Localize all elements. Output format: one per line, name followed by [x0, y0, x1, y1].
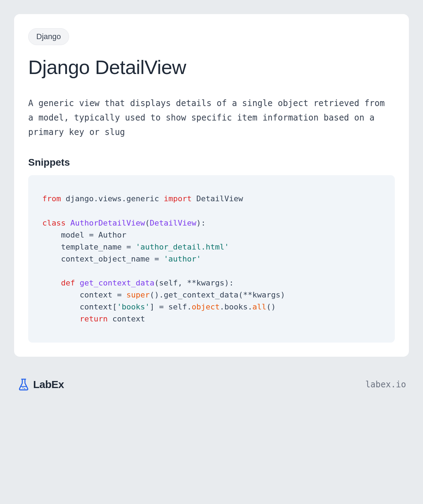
- svg-point-1: [24, 388, 25, 389]
- flask-icon: [17, 378, 30, 391]
- code-content: from django.views.generic import DetailV…: [42, 193, 381, 325]
- code-block: from django.views.generic import DetailV…: [28, 175, 395, 343]
- svg-point-0: [23, 387, 24, 388]
- page-title: Django DetailView: [28, 56, 395, 79]
- footer: LabEx labex.io: [14, 378, 409, 391]
- description-text: A generic view that displays details of …: [28, 96, 395, 139]
- content-card: Django Django DetailView A generic view …: [14, 14, 409, 357]
- brand-name: LabEx: [33, 379, 64, 391]
- snippets-heading: Snippets: [28, 157, 395, 168]
- category-tag[interactable]: Django: [28, 28, 69, 45]
- footer-url[interactable]: labex.io: [365, 380, 406, 389]
- brand-logo[interactable]: LabEx: [17, 378, 64, 391]
